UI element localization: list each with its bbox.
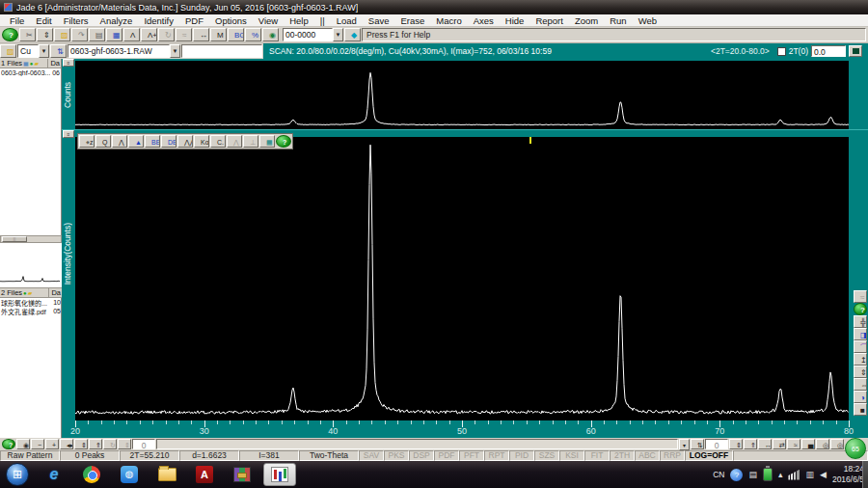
menu-item[interactable]: File — [4, 15, 30, 26]
menu-item[interactable]: Zoom — [569, 15, 604, 26]
status-flag[interactable]: KSI — [559, 450, 584, 461]
zoom-in-button[interactable]: + — [45, 439, 59, 449]
filter-input[interactable] — [181, 44, 262, 58]
smooth-button[interactable]: ≈ — [176, 28, 192, 41]
split-view-button[interactable]: ◑ — [854, 391, 867, 403]
top-pane-handle[interactable]: ≡ — [63, 59, 74, 67]
外文孔雀绿.pdf[interactable]: 外文孔雀绿.pdf 05 — [0, 307, 62, 315]
menu-item[interactable]: Web — [633, 15, 663, 26]
area-tool[interactable]: ▲ — [128, 135, 144, 148]
show-desktop-button[interactable] — [862, 461, 868, 488]
menu-item[interactable]: Report — [529, 15, 569, 26]
status-flag[interactable]: SZS — [534, 450, 559, 461]
status-flag[interactable]: PDF — [434, 450, 459, 461]
menu-item[interactable]: Analyze — [95, 15, 139, 26]
tray-clock[interactable]: 18:24 2016/6/5 — [832, 464, 864, 485]
tray-printer-icon[interactable]: ▤ — [748, 470, 757, 479]
menu-item[interactable]: PDF — [179, 15, 209, 26]
start-button[interactable]: ⊞ — [6, 463, 29, 486]
pattern-button[interactable]: Λ — [123, 28, 140, 41]
main-plot[interactable] — [75, 137, 849, 420]
menu-item[interactable]: || — [314, 15, 331, 26]
fit-height-button[interactable]: ⇑ — [744, 439, 757, 449]
menu-item[interactable]: Options — [209, 15, 253, 26]
centroid-tool[interactable]: C. — [210, 135, 226, 148]
menu-item[interactable]: Hide — [500, 15, 530, 26]
menu-item[interactable]: Edit — [30, 15, 57, 26]
peak-width-tool[interactable]: ⊥ — [243, 135, 258, 148]
sort-button[interactable]: ⇕ — [37, 28, 53, 41]
status-flag[interactable]: RRP — [660, 450, 685, 461]
stack-button[interactable]: ▅ — [801, 439, 815, 449]
zoom-scrollbar[interactable] — [156, 439, 678, 449]
print-button[interactable]: ▤ — [89, 28, 105, 41]
swap-button[interactable]: ⇄ — [773, 439, 786, 449]
import-button[interactable]: ↷ — [71, 28, 88, 41]
cursor-tool[interactable]: ⌖z — [79, 135, 95, 148]
signal-icon[interactable] — [788, 470, 800, 480]
sidebar-scrollbar-thumb[interactable]: ⁞⁞ — [2, 236, 27, 242]
menu-item[interactable]: Help — [284, 15, 314, 26]
menu-item[interactable]: Run — [604, 15, 632, 26]
folder-icon[interactable]: ▰ — [28, 290, 33, 296]
prev-view-button[interactable]: ◎ — [816, 439, 829, 449]
find-peaks-button[interactable]: M — [210, 28, 227, 41]
be-edit-tool[interactable]: BE — [145, 135, 160, 148]
pdf-number-input[interactable]: 00-0000 — [283, 28, 333, 41]
apply-zero-button[interactable] — [849, 45, 862, 57]
preview-icon[interactable]: ▦ — [23, 61, 29, 67]
anode-select[interactable]: Cu — [17, 44, 39, 58]
grid-tool[interactable]: ▦ — [259, 135, 275, 148]
zoom-dropdown-icon[interactable]: ▾ — [679, 439, 690, 450]
pan-button[interactable]: ╬ — [854, 315, 867, 328]
network-icon[interactable]: ▥ — [805, 470, 814, 479]
zoom-out-button[interactable]: − — [31, 439, 44, 449]
status-flag[interactable]: FIT — [584, 450, 610, 461]
taskbar-ie[interactable]: e — [38, 463, 70, 486]
retrieve-pdf-button[interactable]: ◆ — [344, 28, 361, 41]
tray-help-icon[interactable]: ? — [730, 469, 743, 481]
taskbar-jade-active[interactable] — [263, 463, 296, 486]
scale-vertical-button[interactable]: ⇕ — [74, 439, 88, 449]
status-flag[interactable]: ABC — [635, 450, 660, 461]
status-flag[interactable]: RPT — [484, 450, 509, 461]
globe-small-button[interactable]: ◉ — [16, 439, 30, 449]
stop-button[interactable]: ■ — [854, 403, 867, 416]
web-pdf-button[interactable]: ◉ — [262, 28, 279, 41]
recent-icon[interactable]: ● — [23, 290, 27, 296]
sidebar-scrollbar[interactable]: ⁞⁞ — [0, 235, 62, 243]
save-button[interactable]: ▦ — [106, 28, 122, 41]
assistant-bubble[interactable]: 65 — [845, 438, 866, 459]
stretch-h-button[interactable]: ↔ — [758, 439, 772, 449]
arc-fit-button[interactable]: ⌒ — [854, 340, 867, 353]
shift-trace-button[interactable]: ⇑ — [89, 439, 102, 449]
two-theta-zero-checkbox[interactable] — [777, 47, 786, 56]
speaker-icon[interactable]: ◀ — [820, 470, 827, 479]
pdf-number-dropdown-icon[interactable]: ▼ — [333, 28, 343, 41]
anode-dropdown-icon[interactable]: ▼ — [39, 44, 49, 58]
open-folder-button[interactable]: ▨ — [0, 44, 16, 58]
menu-item[interactable]: Erase — [394, 15, 430, 26]
two-theta-zero-input[interactable]: 0.0 — [811, 45, 846, 57]
menu-item[interactable]: Macro — [430, 15, 467, 26]
menu-item[interactable]: Axes — [468, 15, 500, 26]
shift-up-button[interactable]: ↥ — [854, 353, 867, 366]
status-flag[interactable]: PKS — [384, 450, 409, 461]
reload-button[interactable]: ⇅ — [50, 44, 67, 58]
date-column-header[interactable]: Da — [48, 288, 61, 297]
expand-axis-button[interactable]: ↔ — [193, 28, 209, 41]
recent-icon[interactable]: ● — [30, 61, 34, 67]
peak-cursor-tool[interactable]: ⋀ — [112, 135, 127, 148]
overview-plot[interactable] — [75, 61, 849, 129]
redraw-button[interactable]: ↻ — [103, 439, 117, 449]
instrument-button[interactable]: ✂ — [19, 28, 36, 41]
menu-item[interactable]: Load — [331, 15, 363, 26]
expand-horizontal-button[interactable]: ⇔ — [854, 378, 867, 391]
pan-horizontal-button[interactable]: ◂▸ — [60, 439, 73, 449]
file-dropdown-icon[interactable]: ▼ — [170, 44, 180, 58]
de-edit-tool[interactable]: DE — [161, 135, 176, 148]
status-flag[interactable]: 2TH — [610, 450, 635, 461]
bottom-pane-handle[interactable]: ≡ — [63, 130, 74, 138]
expand-vertical-button[interactable]: ⇕ — [854, 366, 867, 378]
taskbar-winrar[interactable] — [226, 463, 258, 486]
